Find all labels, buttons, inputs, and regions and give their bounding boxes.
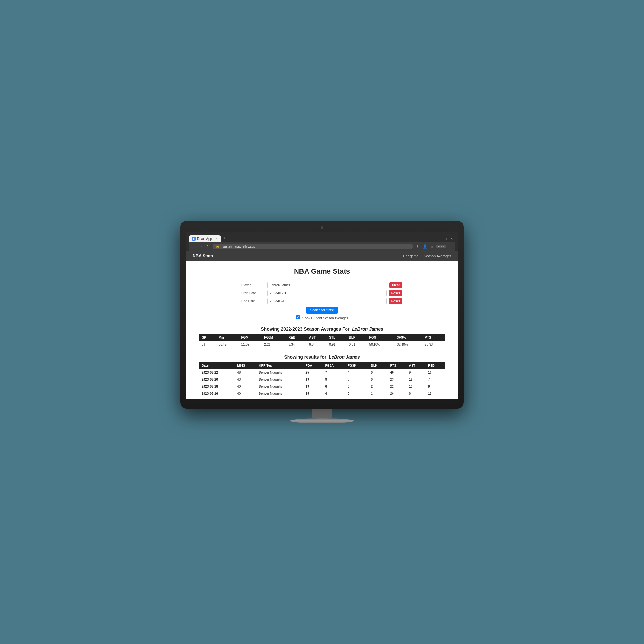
game-results-table: Date MINS OPP Team FGA FG3A FG3M BLK PTS… [199,362,445,397]
header-fg-pct: FG% [367,334,394,341]
game-date: 2023-05-18 [199,383,234,390]
tab-favicon: R [192,237,196,241]
season-averages-title: Showing 2022-2023 Season Averages For Le… [199,327,445,332]
sa-ast: 6.8 [307,341,327,348]
nav-buttons: ‹ › ↻ [191,243,211,249]
rh-blk: BLK [368,362,388,369]
camera [321,226,323,229]
game-results-title-prefix: Showing results for [284,355,327,360]
checkbox-label: Show Current Season Averages [302,317,348,320]
header-stl: STL [327,334,346,341]
header-pts: PTS [422,334,445,341]
game-date: 2023-05-20 [199,376,234,383]
season-averages-title-prefix: Showing 2022-2023 Season Averages For [261,327,349,332]
url-text: nbastatshapp.netlify.app [221,245,255,248]
end-date-row: End Date Reset [241,298,403,304]
monitor-base [290,418,354,423]
rh-reb: REB [425,362,445,369]
win-minimize[interactable]: — [440,237,444,241]
search-button[interactable]: Search for stats! [306,307,338,314]
season-averages-header-row: GP Min FGM FG3M REB AST STL BLK FG% 3FG% [199,334,445,341]
player-row: Player Clear [241,282,403,288]
header-reb: REB [286,334,307,341]
reload-btn[interactable]: ↻ [205,243,211,249]
nav-season-averages[interactable]: Season Averages [424,254,451,258]
monitor-screen: R React App × + — □ × ‹ › ↻ [186,232,458,399]
monitor-body: R React App × + — □ × ‹ › ↻ [180,221,464,409]
address-bar[interactable]: 🔒 nbastatshapp.netlify.app [213,244,413,249]
table-row: 2023-05-1840Denver Nuggets1960222109 [199,383,445,390]
extensions-icon[interactable]: ⬇ [415,243,421,249]
sa-blk: 0.61 [346,341,366,348]
end-date-label: End Date [241,299,267,303]
game-date: 2023-05-22 [199,369,234,376]
sa-fg3m: 2.21 [261,341,286,348]
search-btn-container: Search for stats! [241,307,403,314]
sa-fgm: 11.09 [239,341,261,348]
browser-tabs: R React App × + — □ × [189,234,455,242]
win-maximize[interactable]: □ [446,237,448,241]
app-navbar: NBA Stats Per game Season Averages [186,251,458,261]
season-averages-table: GP Min FGM FG3M REB AST STL BLK FG% 3FG% [199,334,445,348]
new-tab-btn[interactable]: + [222,234,228,242]
tab-close-btn[interactable]: × [216,237,218,240]
header-3fg-pct: 3FG% [394,334,422,341]
search-form: Player Clear Start Date Reset End Date [241,282,403,320]
rh-opp: OPP Team [256,362,303,369]
game-results-title: Showing results for LeBron James [199,355,445,360]
season-averages-data-row: 56 35:42 11.09 2.21 8.34 6.8 0.91 0.61 5… [199,341,445,348]
browser-toolbar: ‹ › ↻ 🔒 nbastatshapp.netlify.app ⬇ 👤 ☆ +… [189,242,455,251]
toolbar-actions: ⬇ 👤 ☆ +VPN ⋮ [415,243,453,249]
season-averages-checkbox[interactable] [296,315,300,319]
page-title: NBA Game Stats [199,267,445,276]
header-min: Min [216,334,239,341]
start-date-label: Start Date [241,291,267,295]
rh-ast: AST [406,362,425,369]
app-content: NBA Game Stats Player Clear Start Date R… [186,261,458,399]
sa-fg-pct: 50.10% [367,341,394,348]
rh-date: Date [199,362,234,369]
table-row: 2023-05-2248Denver Nuggets2574040910 [199,369,445,376]
sa-3fg-pct: 32.40% [394,341,422,348]
game-results-header-row: Date MINS OPP Team FGA FG3A FG3M BLK PTS… [199,362,445,369]
checkbox-container: Show Current Season Averages [241,315,403,320]
tab-title: React App [197,237,212,241]
header-fg3m: FG3M [261,334,286,341]
scroll-area[interactable]: NBA Stats Per game Season Averages NBA G… [186,251,458,399]
menu-icon[interactable]: ⋮ [447,243,453,249]
sa-pts: 28.93 [422,341,445,348]
sa-reb: 8.34 [286,341,307,348]
bookmark-icon[interactable]: ☆ [429,243,435,249]
end-date-reset-button[interactable]: Reset [389,298,403,304]
navbar-brand: NBA Stats [193,253,213,258]
win-close[interactable]: × [451,237,453,241]
start-date-input[interactable] [267,290,387,296]
end-date-input[interactable] [267,298,387,304]
rh-fg3a: FG3A [323,362,345,369]
forward-btn[interactable]: › [198,243,204,249]
start-date-row: Start Date Reset [241,290,403,296]
sa-stl: 0.91 [327,341,346,348]
clear-button[interactable]: Clear [389,282,403,288]
sa-min: 35:42 [216,341,239,348]
browser-tab-active[interactable]: R React App × [189,235,221,242]
header-ast: AST [307,334,327,341]
profile-icon[interactable]: 👤 [422,243,428,249]
vpn-badge[interactable]: +VPN [436,245,446,248]
start-date-reset-button[interactable]: Reset [389,290,403,296]
nav-per-game[interactable]: Per game [403,254,419,258]
rh-fg3m: FG3M [345,362,368,369]
player-label: Player [241,283,267,287]
rh-pts: PTS [388,362,406,369]
navbar-links: Per game Season Averages [403,254,451,258]
lock-icon: 🔒 [216,245,219,248]
header-blk: BLK [346,334,366,341]
game-results-player: LeBron James [329,355,360,360]
monitor-wrapper: R React App × + — □ × ‹ › ↻ [180,221,464,423]
season-averages-player: LeBron James [352,327,383,332]
sa-gp: 56 [199,341,216,348]
monitor-neck [312,409,332,418]
back-btn[interactable]: ‹ [191,243,197,249]
table-row: 2023-05-2043Denver Nuggets1993023127 [199,376,445,383]
player-input[interactable] [267,282,387,288]
